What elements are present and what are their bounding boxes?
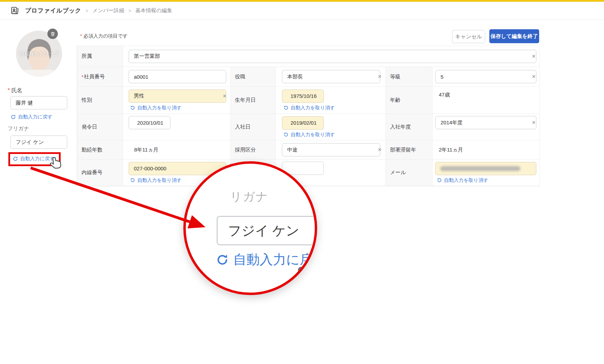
breadcrumb-basic-info-edit: 基本情報の編集 xyxy=(136,7,172,14)
field-cell-department: × xyxy=(123,46,540,67)
field-label-department: 所属 xyxy=(77,46,123,67)
field-label-birthdate: 生年月日 xyxy=(230,87,276,114)
breadcrumb-app[interactable]: プロファイルブック xyxy=(25,7,81,15)
field-cell-dept-tenure: 2年11ヵ月 xyxy=(433,140,540,160)
clear-icon[interactable]: × xyxy=(378,73,381,80)
field-label-hire-year: 入社年度 xyxy=(385,114,433,140)
gender-input[interactable] xyxy=(129,90,226,103)
breadcrumb-separator: > xyxy=(85,8,88,14)
field-label-mail: メール xyxy=(385,160,433,186)
breadcrumb-member-detail[interactable]: メンバー詳細 xyxy=(92,7,124,14)
basic-info-form-table: 所属 × *社員番号 役職 × 等級 × 性別 × 自動入力を取り消す 生年月日 xyxy=(77,46,540,186)
age-value: 47歳 xyxy=(435,92,540,98)
field-cell-age: 47歳 xyxy=(433,87,540,114)
field-label-gender: 性別 xyxy=(77,87,123,114)
restore-autofill-name-link[interactable]: 自動入力に戻す xyxy=(10,114,53,120)
required-asterisk: * xyxy=(82,74,84,80)
magnifier-content: リガナ 自動入力に戻す xyxy=(186,164,315,293)
birthdate-input[interactable] xyxy=(282,90,324,103)
clear-icon[interactable]: × xyxy=(223,93,226,100)
clear-icon[interactable]: × xyxy=(532,53,535,60)
name-label: *氏名 xyxy=(8,87,22,94)
position-input[interactable] xyxy=(282,70,380,83)
hand-cursor-icon xyxy=(48,155,64,174)
field-label-extension-number: 内線番号 xyxy=(77,160,123,186)
undo-autofill-birthdate-link[interactable]: 自動入力を取り消す xyxy=(283,105,385,111)
field-cell-position: × xyxy=(276,67,385,87)
name-input[interactable] xyxy=(10,96,67,109)
department-input[interactable] xyxy=(129,50,536,63)
required-asterisk: * xyxy=(8,87,10,93)
furigana-label: フリガナ xyxy=(8,125,29,132)
delete-photo-button[interactable] xyxy=(47,29,58,39)
field-label-years-of-service: 勤続年数 xyxy=(77,140,123,160)
hire-year-input[interactable] xyxy=(435,116,536,129)
breadcrumb: プロファイルブック > メンバー詳細 > 基本情報の編集 xyxy=(10,6,172,15)
undo-icon xyxy=(130,178,135,183)
header: プロファイルブック > メンバー詳細 > 基本情報の編集 xyxy=(0,2,604,20)
required-note-text: 必須入力の項目です xyxy=(83,33,128,39)
clear-icon[interactable]: × xyxy=(532,119,535,126)
announcement-date-input[interactable] xyxy=(129,116,170,129)
undo-autofill-mail-link[interactable]: 自動入力を取り消す xyxy=(437,177,540,184)
undo-icon xyxy=(283,132,289,137)
avatar-drop-caption: 顔写真をドロップ xyxy=(16,51,62,57)
trash-icon xyxy=(50,31,55,37)
magnified-furigana-label: リガナ xyxy=(230,189,268,205)
refresh-icon xyxy=(10,114,16,120)
field-cell-employee-id xyxy=(123,67,230,87)
mail-input[interactable] xyxy=(435,162,536,175)
undo-icon xyxy=(130,105,135,110)
field-cell-hiring-category: × xyxy=(276,140,385,160)
clear-icon[interactable]: × xyxy=(532,73,535,80)
magnifier-callout: リガナ 自動入力に戻す xyxy=(183,161,317,295)
field-label-announcement-date: 発令日 xyxy=(77,114,123,140)
breadcrumb-separator: > xyxy=(128,8,131,14)
field-cell-hire-year: × xyxy=(433,114,540,140)
undo-icon xyxy=(437,178,442,183)
field-label-hiring-category: 採用区分 xyxy=(230,140,276,160)
field-cell-grade: × xyxy=(433,67,540,87)
undo-autofill-hire-date-link[interactable]: 自動入力を取り消す xyxy=(283,132,385,138)
field-cell-hire-date: 自動入力を取り消す xyxy=(276,114,385,140)
refresh-icon xyxy=(216,253,229,266)
undo-icon xyxy=(283,105,289,110)
hand-cursor-icon xyxy=(289,263,315,293)
refresh-icon xyxy=(13,156,18,162)
field-cell-years-of-service: 8年11ヵ月 xyxy=(123,140,230,160)
furigana-input[interactable] xyxy=(10,135,67,149)
save-button[interactable]: 保存して編集を終了 xyxy=(489,29,539,43)
hiring-category-input[interactable] xyxy=(282,143,380,156)
required-note: *必須入力の項目です xyxy=(80,33,128,39)
field-label-dept-tenure: 部署滞留年 xyxy=(385,140,433,160)
field-label-employee-id: *社員番号 xyxy=(77,67,123,87)
cancel-button[interactable]: キャンセル xyxy=(452,30,485,43)
field-label-position: 役職 xyxy=(230,67,276,87)
employee-id-input[interactable] xyxy=(129,70,226,83)
required-asterisk: * xyxy=(80,33,82,39)
dept-tenure-value: 2年11ヵ月 xyxy=(435,147,540,153)
field-label-grade: 等級 xyxy=(385,67,433,87)
field-label-hire-date: 入社日 xyxy=(230,114,276,140)
field-cell-announcement-date xyxy=(123,114,230,140)
profile-edit-page: プロファイルブック > メンバー詳細 > 基本情報の編集 *必須入力の項目です … xyxy=(0,0,604,364)
field-label-age: 年齢 xyxy=(385,87,433,114)
field-cell-birthdate: 自動入力を取り消す xyxy=(276,87,385,114)
magnified-furigana-input xyxy=(217,216,315,245)
profile-book-icon xyxy=(10,6,20,15)
restore-autofill-name-label: 自動入力に戻す xyxy=(18,114,53,120)
hire-date-input[interactable] xyxy=(282,116,324,130)
clear-icon[interactable]: × xyxy=(378,146,381,153)
grade-input[interactable] xyxy=(435,70,536,83)
avatar-drop-area[interactable]: 顔写真をドロップ xyxy=(16,31,62,77)
years-of-service-value: 8年11ヵ月 xyxy=(129,147,230,153)
field-cell-mail: 自動入力を取り消す xyxy=(433,160,540,186)
field-cell-gender: × 自動入力を取り消す xyxy=(123,87,230,114)
undo-autofill-gender-link[interactable]: 自動入力を取り消す xyxy=(130,105,230,111)
